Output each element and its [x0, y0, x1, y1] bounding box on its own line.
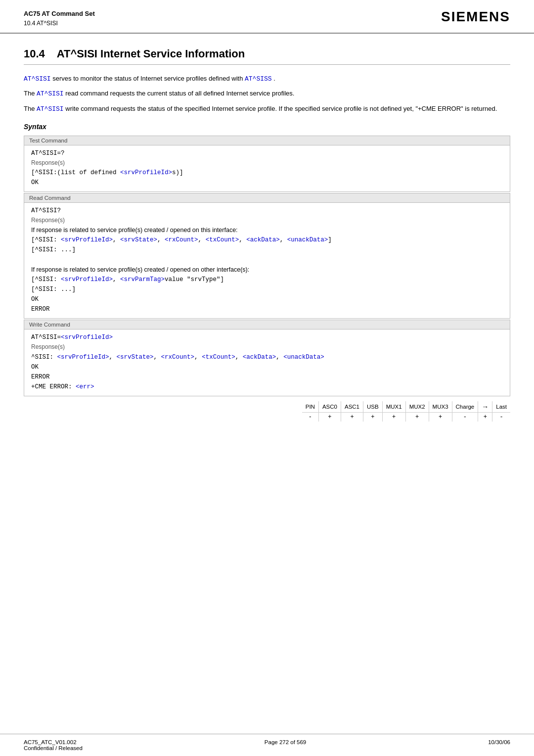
code-line-1-4: [^SISI: ...] — [31, 245, 503, 255]
table-col-header: MUX3 — [429, 401, 452, 413]
code-line-2-0: AT^SISI=<srvProfileId> — [31, 332, 503, 342]
code-block-header-1: Read Command — [24, 193, 510, 203]
code-line-0-0: AT^SISI=? — [31, 148, 503, 158]
code-line-0-1: Response(s) — [31, 158, 503, 168]
table-cell: + — [382, 412, 405, 422]
table-cell: + — [341, 412, 363, 422]
main-content: 10.4 AT^SISI Internet Service Informatio… — [0, 34, 534, 451]
para-3-mid: write command requests the status of the… — [65, 105, 497, 112]
page-header: AC75 AT Command Set 10.4 AT^SISI SIEMENS — [0, 0, 534, 34]
table-cell: - — [452, 412, 478, 422]
link-atsisi-1[interactable]: AT^SISI — [24, 75, 51, 83]
code-line-1-7: [^SISI: <srvProfileId>, <srvParmTag>valu… — [31, 275, 503, 284]
table-cell: + — [478, 412, 492, 422]
link-atsisi-3[interactable]: AT^SISI — [37, 105, 64, 113]
code-line-2-4: ERROR — [31, 372, 503, 382]
section-title: AT^SISI Internet Service Information — [57, 47, 245, 60]
code-line-1-9: OK — [31, 294, 503, 304]
table-data-row: -++++++-+- — [302, 412, 510, 422]
footer-center: Page 272 of 569 — [265, 739, 306, 751]
table-col-header: USB — [363, 401, 383, 413]
code-block-body-1: AT^SISI?Response(s)If response is relate… — [24, 203, 510, 318]
table-col-header: MUX2 — [405, 401, 429, 413]
para-2-pre: The — [24, 90, 37, 97]
link-atsiss[interactable]: AT^SISS — [245, 75, 272, 83]
para-3-pre: The — [24, 105, 37, 112]
code-block-header-2: Write Command — [24, 320, 510, 330]
table-cell: + — [363, 412, 383, 422]
table-cell: - — [492, 412, 510, 422]
code-block-2: Write CommandAT^SISI=<srvProfileId>Respo… — [24, 320, 510, 396]
code-block-header-0: Test Command — [24, 136, 510, 145]
code-block-body-0: AT^SISI=?Response(s)[^SISI:(list of defi… — [24, 145, 510, 191]
footer-doc-id: AC75_ATC_V01.002 — [24, 739, 83, 745]
footer-left: AC75_ATC_V01.002 Confidential / Released — [24, 739, 83, 751]
header-doc-info: AC75 AT Command Set 10.4 AT^SISI — [24, 9, 95, 28]
para-2: The AT^SISI read command requests the cu… — [24, 89, 510, 99]
section-heading: 10.4 AT^SISI Internet Service Informatio… — [24, 47, 510, 65]
page-footer: AC75_ATC_V01.002 Confidential / Released… — [0, 734, 534, 756]
table-col-header: ASC0 — [318, 401, 341, 413]
table-col-header: MUX1 — [382, 401, 405, 413]
section-number: 10.4 — [24, 47, 45, 60]
code-block-1: Read CommandAT^SISI?Response(s)If respon… — [24, 193, 510, 319]
code-line-1-6: If response is related to service profil… — [31, 265, 503, 275]
bottom-table-wrapper: PINASC0ASC1USBMUX1MUX2MUX3Charge→Last -+… — [24, 401, 510, 422]
table-cell: + — [405, 412, 429, 422]
table-col-header: ASC1 — [341, 401, 363, 413]
table-header-row: PINASC0ASC1USBMUX1MUX2MUX3Charge→Last — [302, 401, 510, 413]
para-1: AT^SISI serves to monitor the status of … — [24, 74, 510, 84]
code-block-body-2: AT^SISI=<srvProfileId>Response(s)^SISI: … — [24, 330, 510, 395]
table-col-header: PIN — [302, 401, 319, 413]
link-atsisi-2[interactable]: AT^SISI — [37, 90, 64, 97]
code-blocks: Test CommandAT^SISI=?Response(s)[^SISI:(… — [24, 136, 510, 396]
table-cell: + — [429, 412, 452, 422]
code-line-2-3: OK — [31, 362, 503, 372]
para-3: The AT^SISI write command requests the s… — [24, 104, 510, 114]
table-col-header: → — [478, 401, 492, 413]
header-brand: SIEMENS — [441, 9, 510, 25]
code-line-2-2: ^SISI: <srvProfileId>, <srvState>, <rxCo… — [31, 352, 503, 362]
header-doc-subtitle: 10.4 AT^SISI — [24, 19, 95, 28]
table-col-header: Last — [492, 401, 510, 413]
code-line-1-8: [^SISI: ...] — [31, 284, 503, 294]
code-line-1-1: Response(s) — [31, 216, 503, 225]
header-doc-title: AC75 AT Command Set — [24, 9, 95, 19]
footer-status: Confidential / Released — [24, 745, 83, 751]
code-line-1-10: ERROR — [31, 304, 503, 314]
code-line-1-2: If response is related to service profil… — [31, 225, 503, 235]
code-line-2-5: +CME ERROR: <err> — [31, 382, 503, 392]
table-cell: + — [318, 412, 341, 422]
code-line-1-0: AT^SISI? — [31, 206, 503, 216]
code-line-2-1: Response(s) — [31, 342, 503, 352]
para-2-mid: read command requests the current status… — [65, 90, 294, 97]
syntax-heading: Syntax — [24, 123, 510, 131]
table-col-header: Charge — [452, 401, 478, 413]
code-line-0-3: OK — [31, 178, 503, 188]
footer-date: 10/30/06 — [488, 739, 510, 751]
code-block-0: Test CommandAT^SISI=?Response(s)[^SISI:(… — [24, 136, 510, 192]
para-1-end: . — [273, 75, 275, 82]
code-line-1-3: [^SISI: <srvProfileId>, <srvState>, <rxC… — [31, 235, 503, 245]
code-line-0-2: [^SISI:(list of defined <srvProfileId>s)… — [31, 168, 503, 178]
table-cell: - — [302, 412, 319, 422]
compatibility-table: PINASC0ASC1USBMUX1MUX2MUX3Charge→Last -+… — [302, 401, 510, 422]
para-1-mid: serves to monitor the status of Internet… — [52, 75, 245, 82]
